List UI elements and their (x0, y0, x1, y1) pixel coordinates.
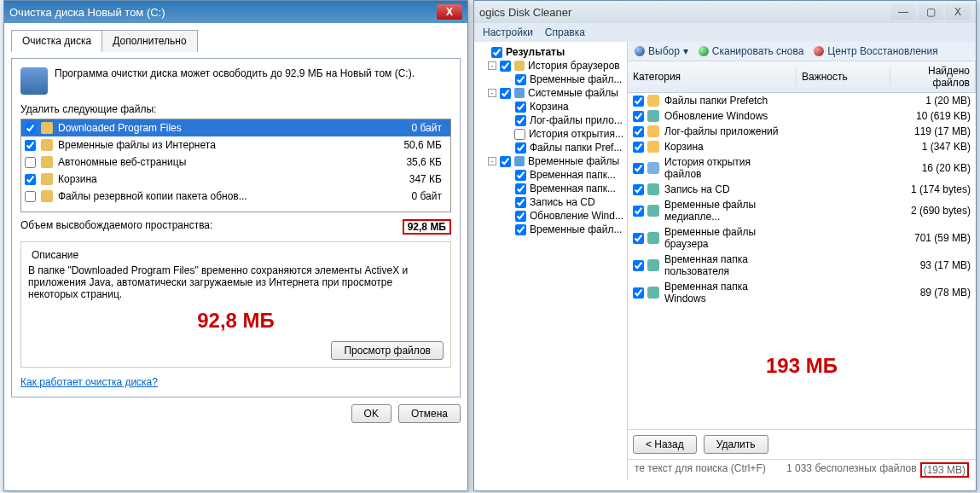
row-checkbox[interactable] (633, 111, 644, 122)
toolbar: Выбор ▾ Сканировать снова Центр Восстано… (628, 42, 976, 61)
expander-icon[interactable]: - (488, 157, 496, 165)
expander-icon[interactable]: - (488, 89, 496, 97)
tree-row[interactable]: Временная папк... (474, 168, 627, 182)
tree-row[interactable]: -История браузеров (474, 59, 627, 72)
tree-row[interactable]: Запись на CD (474, 195, 627, 209)
expander-icon[interactable]: - (488, 61, 496, 70)
file-checkbox[interactable] (25, 174, 36, 185)
file-row[interactable]: Автономные веб-страницы 35,6 КБ (21, 154, 450, 171)
tree-row[interactable]: Временные файл... (474, 72, 627, 86)
ok-button[interactable]: OK (351, 404, 391, 423)
tab-more[interactable]: Дополнительно (102, 30, 197, 52)
tree-checkbox[interactable] (515, 142, 526, 154)
file-checkbox[interactable] (25, 123, 36, 134)
row-checkbox[interactable] (633, 206, 644, 217)
close-button[interactable]: X (437, 4, 462, 20)
files-listbox[interactable]: Downloaded Program Files 0 байт Временны… (20, 119, 451, 212)
toolbar-select[interactable]: Выбор ▾ (635, 45, 688, 57)
tree-row[interactable]: Корзина (474, 100, 627, 113)
grid-row[interactable]: История открытия файлов 16 (20 KB) (628, 154, 976, 182)
blurb-text: Программа очистки диска может освободить… (55, 67, 415, 95)
toolbar-rescan[interactable]: Сканировать снова (699, 45, 803, 57)
title-right: ogics Disk Cleaner (479, 6, 571, 19)
row-checkbox[interactable] (633, 287, 644, 299)
back-button[interactable]: < Назад (633, 435, 697, 454)
category-icon (647, 162, 659, 174)
menu-help[interactable]: Справка (545, 26, 585, 38)
row-checkbox[interactable] (633, 126, 644, 137)
tree-checkbox[interactable] (515, 211, 526, 222)
tree-row[interactable]: -Системные файлы (474, 86, 627, 100)
grid-row[interactable]: Временная папка Windows 89 (78 MB) (628, 279, 976, 306)
grid-row[interactable]: Лог-файлы приложений 119 (17 MB) (628, 124, 976, 139)
grid-row[interactable]: Запись на CD 1 (174 bytes) (628, 182, 976, 197)
how-link[interactable]: Как работает очистка диска? (20, 376, 158, 388)
file-checkbox[interactable] (25, 191, 36, 202)
col-importance[interactable]: Важность (797, 67, 890, 86)
tree-checkbox[interactable] (500, 156, 511, 167)
grid-row[interactable]: Обновление Windows 10 (619 KB) (628, 108, 976, 124)
tree-icon (514, 88, 525, 98)
tree-checkbox[interactable] (515, 183, 526, 194)
close-button-right[interactable]: X (945, 4, 971, 20)
row-category: Временные файлы медиапле... (664, 199, 785, 223)
tree-row[interactable]: Результаты (474, 45, 627, 59)
tree-row[interactable]: Временные файл... (474, 223, 627, 236)
tree-label: Результаты (506, 46, 565, 58)
status-count: 1 033 бесполезных файлов (786, 462, 917, 478)
row-checkbox[interactable] (633, 233, 644, 244)
search-placeholder[interactable]: те текст для поиска (Ctrl+F) (635, 462, 766, 478)
row-checkbox[interactable] (633, 142, 644, 153)
titlebar-left[interactable]: Очистка диска Новый том (C:) X (4, 1, 467, 23)
tree-row[interactable]: -Временные файлы (474, 154, 627, 168)
tree-checkbox[interactable] (500, 61, 511, 72)
grid-row[interactable]: Временные файлы медиапле... 2 (690 bytes… (628, 197, 976, 224)
tree-row[interactable]: Временная папк... (474, 182, 627, 195)
tree-row[interactable]: Обновление Wind... (474, 209, 627, 223)
tree-checkbox[interactable] (491, 47, 502, 58)
file-icon (41, 139, 53, 151)
tree-checkbox[interactable] (515, 224, 526, 235)
maximize-button[interactable]: ▢ (918, 4, 943, 20)
row-checkbox[interactable] (633, 163, 644, 174)
grid-row[interactable]: Файлы папки Prefetch 1 (20 MB) (628, 93, 976, 108)
tree-checkbox[interactable] (515, 74, 526, 85)
tree-row[interactable]: Лог-файлы прило... (474, 113, 627, 127)
file-checkbox[interactable] (25, 157, 36, 168)
file-row[interactable]: Downloaded Program Files 0 байт (21, 119, 450, 136)
view-files-button[interactable]: Просмотр файлов (331, 341, 444, 360)
titlebar-right[interactable]: ogics Disk Cleaner — ▢ X (474, 1, 976, 23)
menu-settings[interactable]: Настройки (483, 26, 533, 38)
grid-row[interactable]: Временная папка пользователя 93 (17 MB) (628, 252, 976, 279)
tree-checkbox[interactable] (515, 102, 526, 113)
tree-checkbox[interactable] (500, 88, 511, 99)
row-count: 1 (174 bytes) (885, 183, 971, 195)
row-checkbox[interactable] (633, 260, 644, 271)
row-category: Файлы папки Prefetch (664, 95, 785, 107)
tab-cleanup[interactable]: Очистка диска (11, 30, 102, 52)
grid-row[interactable]: Временные файлы браузера 701 (59 MB) (628, 224, 976, 252)
tree-checkbox[interactable] (515, 115, 526, 126)
row-checkbox[interactable] (633, 96, 644, 107)
file-checkbox[interactable] (25, 140, 36, 151)
tree-row[interactable]: История открытия... (474, 127, 627, 141)
tree-checkbox[interactable] (515, 170, 526, 181)
minimize-button[interactable]: — (890, 4, 916, 20)
tree-icon (514, 61, 525, 71)
cancel-button[interactable]: Отмена (398, 404, 461, 423)
tree-checkbox[interactable] (514, 129, 525, 140)
file-row[interactable]: Корзина 347 КБ (21, 171, 450, 188)
file-row[interactable]: Временные файлы из Интернета 50,6 МБ (21, 136, 450, 154)
tree-row[interactable]: Файлы папки Pref... (474, 141, 627, 154)
grid-row[interactable]: Корзина 1 (347 KB) (628, 139, 976, 154)
file-name: Автономные веб-страницы (58, 156, 186, 168)
toolbar-restore[interactable]: Центр Восстановления (814, 45, 937, 57)
tree-checkbox[interactable] (515, 197, 526, 208)
delete-button[interactable]: Удалить (704, 435, 768, 454)
desc-text: В папке "Downloaded Program Files" време… (28, 264, 444, 300)
file-row[interactable]: Файлы резервной копии пакета обнов... 0 … (21, 188, 450, 205)
col-found[interactable]: Найдено файлов (890, 61, 976, 92)
col-category[interactable]: Категория (628, 67, 797, 86)
row-checkbox[interactable] (633, 184, 644, 195)
results-tree[interactable]: Результаты-История браузеровВременные фа… (474, 42, 628, 480)
